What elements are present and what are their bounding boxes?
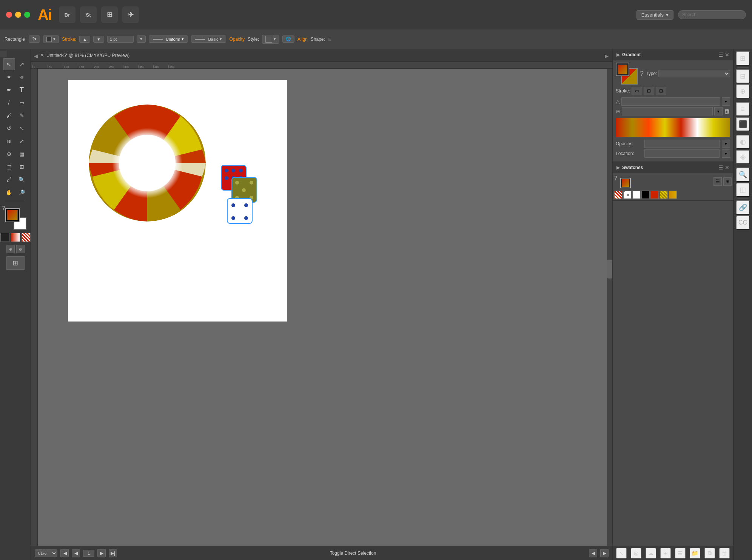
swatches-list-view[interactable]: ☰ bbox=[713, 177, 722, 186]
stroke-value-input[interactable] bbox=[107, 36, 134, 43]
last-page-btn[interactable]: ▶| bbox=[109, 549, 117, 557]
zoom-out-tool[interactable]: 🔎 bbox=[16, 186, 28, 198]
gradient-panel-menu[interactable]: ☰ bbox=[718, 52, 723, 58]
rb-copy-btn[interactable]: ⧉ bbox=[704, 548, 715, 558]
angle-slider[interactable] bbox=[621, 97, 720, 106]
align-label[interactable]: Align bbox=[297, 37, 308, 42]
draw-inside-btn[interactable]: ⊕ bbox=[6, 245, 15, 253]
swatches-panel-menu[interactable]: ☰ bbox=[718, 165, 723, 171]
swatch-gold-pattern[interactable] bbox=[660, 191, 668, 199]
scrollbar-thumb-v[interactable] bbox=[607, 260, 612, 278]
swatch-red[interactable] bbox=[650, 191, 659, 199]
gradient-delete-btn[interactable]: 🗑 bbox=[724, 108, 730, 115]
angle-dropdown[interactable]: ▾ bbox=[722, 97, 730, 106]
opacity-field-input[interactable] bbox=[644, 140, 720, 148]
panels-toggle-right[interactable]: ▶ bbox=[605, 53, 609, 58]
style-color-btn[interactable]: ▾ bbox=[262, 35, 279, 44]
transform-icon[interactable]: ⊞ bbox=[736, 51, 750, 66]
pattern-mode-icon[interactable] bbox=[22, 233, 31, 242]
graph-tool[interactable]: ▦ bbox=[16, 148, 28, 160]
width-tool[interactable]: ⤢ bbox=[16, 135, 28, 147]
swatch-orange[interactable] bbox=[669, 191, 677, 199]
stroke-up-btn[interactable]: ▲ bbox=[79, 36, 90, 43]
selection-tool[interactable]: ↖ bbox=[3, 58, 15, 70]
direct-selection-tool[interactable]: ↗ bbox=[16, 58, 28, 70]
canvas-viewport[interactable] bbox=[38, 69, 612, 546]
basic-button[interactable]: Basic ▾ bbox=[191, 35, 226, 43]
canvas-view-btn[interactable]: ⊞ bbox=[6, 256, 25, 270]
fill-color-btn[interactable]: ▾ bbox=[43, 35, 59, 43]
workspace-icon[interactable]: ⊞ bbox=[101, 6, 118, 23]
hand-tool[interactable]: ✋ bbox=[3, 186, 15, 198]
stroke-down-btn[interactable]: ▼ bbox=[93, 36, 104, 43]
next-page-btn[interactable]: ▶ bbox=[97, 549, 106, 557]
layers-icon[interactable]: ◫ bbox=[736, 183, 750, 197]
maximize-button[interactable] bbox=[24, 12, 30, 18]
search-input[interactable] bbox=[678, 10, 746, 19]
magic-wand-tool[interactable]: ✶ bbox=[3, 71, 15, 83]
links-icon[interactable]: 🔗 bbox=[736, 200, 750, 215]
color-question[interactable]: ? bbox=[2, 205, 5, 211]
swatches-question[interactable]: ? bbox=[614, 175, 617, 181]
swatches-grid-view[interactable]: ⊞ bbox=[723, 177, 732, 186]
artboard-tool[interactable]: ⬚ bbox=[3, 161, 15, 173]
swatches-panel-header[interactable]: ▶ Swatches ☰ ✕ bbox=[613, 162, 733, 173]
stroke-icon-1[interactable]: ▭ bbox=[632, 87, 642, 95]
question-tool-btn[interactable]: ?▾ bbox=[29, 35, 40, 43]
canvas-scroll-area[interactable]: 0 50 100 150 200 250 300 350 400 450 bbox=[31, 62, 612, 546]
stroke-icon-3[interactable]: ⊞ bbox=[656, 87, 666, 95]
draw-behind-btn[interactable]: ⊖ bbox=[16, 245, 25, 253]
aspect-slider[interactable] bbox=[622, 107, 713, 115]
lasso-tool[interactable]: ⌾ bbox=[16, 71, 28, 83]
align-icon[interactable]: ⊟ bbox=[736, 69, 750, 83]
rb-trash-btn[interactable]: 🗑 bbox=[719, 548, 730, 558]
cc-icon[interactable]: CC bbox=[736, 215, 750, 230]
minimize-button[interactable] bbox=[15, 12, 21, 18]
tab-close-btn[interactable]: ✕ bbox=[40, 52, 44, 58]
rotate-tool[interactable]: ↺ bbox=[3, 122, 15, 134]
aspect-dropdown[interactable]: ▾ bbox=[714, 107, 723, 115]
send-icon[interactable]: ✈ bbox=[122, 6, 139, 23]
page-number-input[interactable] bbox=[83, 550, 94, 557]
pathfinder-icon[interactable]: ⊕ bbox=[736, 84, 750, 98]
status-arrow-left[interactable]: ◀ bbox=[589, 549, 597, 557]
warp-tool[interactable]: ≋ bbox=[3, 135, 15, 147]
color-icon[interactable]: ⬛ bbox=[736, 117, 750, 131]
rect-tool[interactable]: ▭ bbox=[16, 97, 28, 109]
eyedropper-tool[interactable]: 🖊 bbox=[3, 174, 15, 186]
uniform-button[interactable]: Uniform ▾ bbox=[149, 35, 188, 43]
rb-grid-btn[interactable]: ⊞ bbox=[660, 548, 671, 558]
donut-shape[interactable] bbox=[87, 103, 208, 223]
gradient-collapse-icon[interactable]: ▶ bbox=[616, 52, 620, 57]
slice-tool[interactable]: ⊞ bbox=[16, 161, 28, 173]
line-tool[interactable]: / bbox=[3, 97, 15, 109]
paintbrush-tool[interactable]: 🖌 bbox=[3, 109, 15, 122]
pencil-tool[interactable]: ✎ bbox=[16, 109, 28, 122]
stroke-icon-2[interactable]: ⊡ bbox=[644, 87, 654, 95]
fg-color-swatch[interactable] bbox=[5, 208, 20, 222]
globe-btn[interactable]: 🌐 bbox=[282, 35, 294, 43]
pen-tool[interactable]: ✒ bbox=[3, 84, 15, 96]
rb-folder-btn[interactable]: 📁 bbox=[690, 548, 700, 558]
symbol-tool[interactable]: ⊕ bbox=[3, 148, 15, 160]
scale-tool[interactable]: ⤡ bbox=[16, 122, 28, 134]
swatches-panel-close[interactable]: ✕ bbox=[725, 165, 729, 171]
panels-toggle-left[interactable]: ◀ bbox=[34, 53, 39, 58]
gradient-question-icon[interactable]: ? bbox=[640, 70, 644, 78]
scrollbar-vertical[interactable] bbox=[607, 69, 612, 546]
first-page-btn[interactable]: |◀ bbox=[60, 549, 69, 557]
gradient-panel-header[interactable]: ▶ Gradient ☰ ✕ bbox=[613, 49, 733, 60]
lines-icon[interactable]: ≡ bbox=[328, 36, 331, 43]
gradient-bar[interactable] bbox=[616, 118, 730, 137]
rb-target-btn[interactable]: ◎ bbox=[631, 548, 641, 558]
text-tool[interactable]: T bbox=[16, 84, 28, 96]
swatch-black[interactable] bbox=[641, 191, 650, 199]
stock-icon[interactable]: St bbox=[80, 6, 97, 23]
essentials-button[interactable]: Essentials ▾ bbox=[636, 10, 673, 20]
zoom-select[interactable]: 81% 100% 150% bbox=[35, 549, 57, 557]
rb-list-btn[interactable]: ☰ bbox=[675, 548, 686, 558]
swatch-fg-box[interactable] bbox=[620, 178, 631, 188]
stroke-dropdown-btn[interactable]: ▾ bbox=[137, 35, 146, 43]
rb-cloud-btn[interactable]: ☁ bbox=[646, 548, 656, 558]
rb-select-btn[interactable]: ↖ bbox=[616, 548, 627, 558]
